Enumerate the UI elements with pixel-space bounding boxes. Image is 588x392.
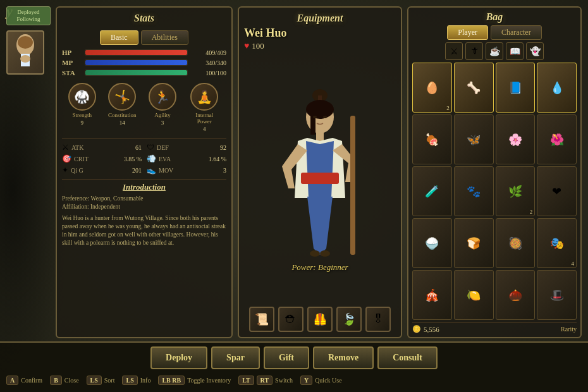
hotkey-info: LS Info bbox=[122, 376, 150, 385]
bag-item-18[interactable]: 🌰 bbox=[496, 270, 536, 320]
bag-item-2[interactable]: 📘 bbox=[496, 63, 536, 113]
combat-stat-icon: 🛡 bbox=[147, 143, 154, 152]
hp-row: HP 409/409 bbox=[62, 49, 226, 56]
bag-item-5[interactable]: 🦋 bbox=[454, 114, 494, 164]
ability-icons-row: 🥋 Strength 9 🤸 Constitution 14 🏃 Agility… bbox=[62, 80, 226, 135]
bottom-bar: DeploySparGiftRemoveConsult A Confirm B … bbox=[0, 341, 588, 392]
deploy-button[interactable]: Deploy bbox=[150, 346, 207, 369]
hotkey-confirm: A Confirm bbox=[6, 376, 42, 385]
bag-filter-icon-4[interactable]: 👻 bbox=[526, 42, 544, 60]
tab-character[interactable]: Character bbox=[491, 25, 542, 40]
combat-stat-value: 61 bbox=[135, 144, 142, 151]
svg-point-7 bbox=[306, 100, 334, 119]
equip-slot-4[interactable]: 🎖 bbox=[365, 307, 391, 332]
action-buttons: DeploySparGiftRemoveConsult bbox=[0, 343, 588, 373]
equip-slot-3[interactable]: 🍃 bbox=[336, 307, 362, 332]
bag-item-6[interactable]: 🌸 bbox=[496, 114, 536, 164]
bag-tabs: Player Character bbox=[412, 25, 577, 40]
bag-item-1[interactable]: 🦴 bbox=[454, 63, 494, 113]
ability-icon-circle: 🧘 bbox=[190, 83, 218, 111]
main-layout: Deployed Following Stats Basic Abilities bbox=[0, 0, 588, 392]
hotkey-close: B Close bbox=[50, 376, 78, 385]
bag-filter-icon-3[interactable]: 📖 bbox=[506, 42, 524, 60]
bag-item-8[interactable]: 🧪 bbox=[412, 166, 452, 216]
stats-title: Stats bbox=[62, 13, 226, 24]
mp-row: MP 340/340 bbox=[62, 59, 226, 66]
mp-label: MP bbox=[62, 59, 81, 66]
ability-value: 4 bbox=[203, 126, 206, 132]
health-value: 100 bbox=[252, 41, 264, 51]
tab-basic[interactable]: Basic bbox=[100, 30, 138, 45]
gift-button[interactable]: Gift bbox=[264, 346, 309, 369]
combat-stat-value: 1.64 % bbox=[209, 156, 226, 162]
intro-preference: Preference: Weapon, Consumable bbox=[62, 195, 226, 203]
bag-item-17[interactable]: 🍋 bbox=[454, 270, 494, 320]
combat-stat-eva: 💨 EVA 1.64 % bbox=[147, 154, 226, 164]
bag-filter-icon-2[interactable]: ☕ bbox=[486, 42, 503, 60]
intro-bio: Wei Huo is a hunter from Wutong Village.… bbox=[62, 214, 226, 248]
bag-item-15[interactable]: 🎭4 bbox=[537, 218, 577, 268]
combat-stat-label: EVA bbox=[159, 156, 206, 162]
svg-rect-8 bbox=[310, 103, 315, 135]
mp-value: 340/340 bbox=[192, 59, 226, 66]
item-count: 4 bbox=[572, 260, 575, 267]
spar-button[interactable]: Spar bbox=[211, 346, 260, 369]
combat-stat-value: 3.85 % bbox=[124, 156, 142, 162]
currency-value: 5,556 bbox=[424, 326, 439, 333]
sta-label: STA bbox=[62, 69, 81, 77]
bag-item-3[interactable]: 💧 bbox=[537, 63, 577, 113]
character-art: Power: Beginner bbox=[244, 54, 396, 304]
character-portrait-small[interactable] bbox=[6, 30, 44, 75]
combat-stat-icon: 👟 bbox=[147, 166, 156, 175]
rarity-label: Rarity bbox=[561, 326, 577, 333]
hotkey-switch: LT RT Switch bbox=[238, 376, 293, 385]
combat-stat-value: 201 bbox=[132, 167, 142, 174]
equip-slot-0[interactable]: 📜 bbox=[249, 307, 274, 332]
bag-filter-icon-0[interactable]: ⚔ bbox=[445, 42, 463, 60]
bag-item-19[interactable]: 🎩 bbox=[537, 270, 577, 320]
combat-stats-grid: ⚔ ATK 61 🛡 DEF 92 🎯 CRIT 3.85 % 💨 EVA 1.… bbox=[62, 138, 226, 175]
bag-item-0[interactable]: 🥚2 bbox=[412, 63, 452, 113]
hotkey-quick-use: Y Quick Use bbox=[300, 376, 342, 385]
svg-point-3 bbox=[20, 55, 30, 63]
bag-item-4[interactable]: 🍖 bbox=[412, 114, 452, 164]
svg-rect-12 bbox=[301, 173, 339, 184]
svg-rect-11 bbox=[316, 132, 324, 141]
combat-stat-def: 🛡 DEF 92 bbox=[147, 143, 226, 152]
hotkey-sort: LS Sort bbox=[87, 376, 115, 385]
ability-name: Agility bbox=[154, 112, 171, 118]
bag-item-9[interactable]: 🐾 bbox=[454, 166, 494, 216]
bag-item-10[interactable]: 🌿2 bbox=[496, 166, 536, 216]
ability-icon-internal-power: 🧘 Internal Power 4 bbox=[188, 83, 220, 132]
ability-value: 9 bbox=[80, 119, 83, 126]
item-count: 2 bbox=[530, 209, 533, 215]
bag-filter-icon-1[interactable]: 🗡 bbox=[465, 42, 483, 60]
bag-item-14[interactable]: 🥘 bbox=[496, 218, 536, 268]
bag-item-11[interactable]: ❤ bbox=[537, 166, 577, 216]
tab-player[interactable]: Player bbox=[447, 25, 488, 40]
svg-point-14 bbox=[310, 250, 320, 257]
consult-button[interactable]: Consult bbox=[377, 346, 438, 369]
currency-display: 🪙 5,556 bbox=[412, 325, 439, 333]
combat-stat-label: ATK bbox=[71, 144, 133, 151]
sta-bar-container bbox=[85, 70, 188, 76]
currency-row: 🪙 5,556 Rarity bbox=[412, 322, 577, 333]
combat-stat-label: CRIT bbox=[74, 156, 121, 162]
tab-abilities[interactable]: Abilities bbox=[141, 30, 188, 45]
sta-row: STA 100/100 bbox=[62, 69, 226, 77]
intro-section: Introduction Preference: Weapon, Consuma… bbox=[62, 179, 226, 248]
equip-slot-2[interactable]: 🦺 bbox=[307, 307, 333, 332]
ability-name: Strength bbox=[72, 112, 92, 118]
bag-item-7[interactable]: 🌺 bbox=[537, 114, 577, 164]
bag-item-12[interactable]: 🍚 bbox=[412, 218, 452, 268]
ability-icon-circle: 🤸 bbox=[108, 83, 136, 111]
heart-icon: ♥ bbox=[244, 41, 249, 51]
left-sidebar: Deployed Following bbox=[6, 6, 51, 338]
hp-label: HP bbox=[62, 49, 81, 56]
combat-stat-mov: 👟 MOV 3 bbox=[147, 166, 226, 175]
remove-button[interactable]: Remove bbox=[313, 346, 374, 369]
bag-item-13[interactable]: 🍞 bbox=[454, 218, 494, 268]
bag-item-16[interactable]: 🎪 bbox=[412, 270, 452, 320]
combat-stat-value: 3 bbox=[223, 167, 226, 174]
equip-slot-1[interactable]: ⛑ bbox=[278, 307, 303, 332]
